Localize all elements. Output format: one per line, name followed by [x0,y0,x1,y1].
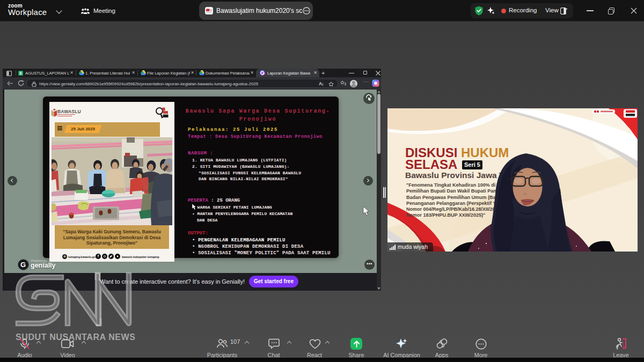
svg-text:SUDUT NUSANTARA NEWS: SUDUT NUSANTARA NEWS [16,333,136,342]
